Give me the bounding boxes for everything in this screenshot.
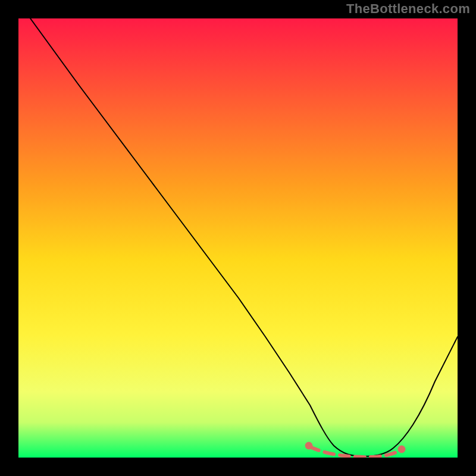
marker-end	[398, 446, 405, 453]
chart-frame: TheBottleneck.com	[0, 0, 476, 476]
marker-start	[305, 442, 312, 449]
bottleneck-curve-svg	[18, 18, 458, 458]
watermark-text: TheBottleneck.com	[346, 1, 470, 17]
plot-area	[18, 18, 458, 458]
bottleneck-curve-line	[30, 18, 458, 456]
